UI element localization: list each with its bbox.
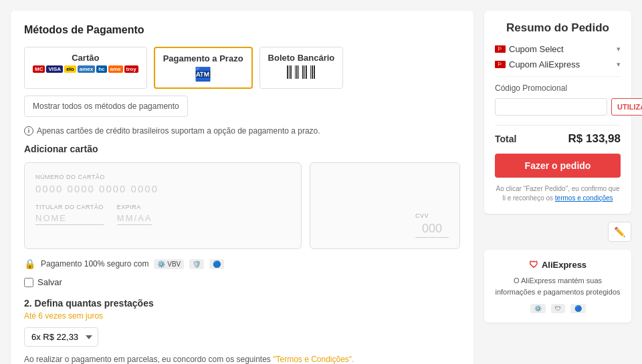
coupon-aliexpress-row[interactable]: 🏳 Cupom AliExpress ▾	[495, 59, 621, 69]
payment-methods-title: Métodos de Pagamento	[24, 24, 460, 36]
card-expiry-value: MM/AA	[117, 213, 152, 225]
order-summary-card: Resumo do Pedido 🏳 Cupom Select ▾ 🏳 Cupo…	[484, 11, 631, 214]
coupon-select-row[interactable]: 🏳 Cupom Select ▾	[495, 44, 621, 54]
card-front: NÚMERO DO CARTÃO 0000 0000 0000 0000 TIT…	[24, 162, 302, 249]
sidebar-terms-link[interactable]: termos e condições	[555, 194, 613, 202]
save-row: Salvar	[24, 277, 460, 287]
aliexpress-badges: ⚙️ 🛡 🔵	[494, 304, 622, 313]
save-label: Salvar	[37, 277, 62, 287]
card-holder-value: NOME	[35, 213, 104, 225]
info-icon: i	[24, 126, 33, 136]
terms-prefix: Ao realizar o pagamento em parcelas, eu …	[24, 355, 273, 364]
promo-button[interactable]: UTILIZAR	[611, 98, 642, 116]
ame-icon: ame	[108, 65, 123, 73]
card-back: CVV 000	[310, 162, 460, 249]
payment-methods-card: Métodos de Pagamento Cartão MC VISA elo …	[11, 11, 473, 364]
aliexpress-desc: O AliExpress mantém suas informações e p…	[494, 275, 622, 297]
security-row: 🔒 Pagamento 100% seguro com ⚙️ VBV 🛡️ 🔵	[24, 258, 460, 269]
payment-option-cartao[interactable]: Cartão MC VISA elo amex hc ame troy	[24, 47, 147, 89]
total-value: R$ 133,98	[568, 132, 621, 146]
aliexpress-header: 🛡 AliExpress	[494, 259, 622, 270]
mastercard-icon: MC	[33, 65, 45, 73]
card-icons: MC VISA elo amex hc ame troy	[33, 65, 138, 73]
installments-subtitle: Até 6 vezes sem juros	[24, 311, 460, 321]
info-bar: i Apenas cartões de crédito brasileiros …	[24, 126, 460, 136]
coupon-aliexpress-left: 🏳 Cupom AliExpress	[495, 59, 580, 69]
coupon-select-left: 🏳 Cupom Select	[495, 44, 564, 54]
troy-icon: troy	[124, 65, 138, 73]
card-expiry-label: EXPIRA	[117, 204, 152, 210]
edit-button[interactable]: ✏️	[608, 222, 631, 242]
card-holder-field: TITULAR DO CARTÃO NOME	[35, 204, 104, 234]
coupon-aliexpress-chevron: ▾	[617, 60, 621, 69]
sidebar-terms: Ao clicar "Fazer Pedido", eu confirmo qu…	[495, 184, 621, 203]
card-bottom-row: TITULAR DO CARTÃO NOME EXPIRA MM/AA	[35, 204, 290, 234]
coupon-select-label: Cupom Select	[509, 44, 564, 54]
terms-link[interactable]: "Termos e Condições".	[273, 355, 354, 364]
coupon-aliexpress-flag: 🏳	[495, 61, 506, 68]
sidebar: Resumo do Pedido 🏳 Cupom Select ▾ 🏳 Cupo…	[484, 11, 631, 364]
save-checkbox[interactable]	[24, 278, 33, 287]
ali-badge-1: ⚙️	[530, 304, 546, 313]
show-all-label: Mostrar todos os métodos de pagamento	[33, 102, 179, 111]
promo-label: Código Promocional	[495, 83, 621, 93]
aliexpress-title: AliExpress	[542, 260, 586, 270]
ali-badge-2: 🛡	[551, 304, 565, 313]
payment-option-prazo[interactable]: Pagamento a Prazo 🏧	[154, 47, 253, 89]
visa-icon: VISA	[46, 65, 63, 73]
aliexpress-shield-icon: 🛡	[529, 259, 538, 270]
aliexpress-security-card: 🛡 AliExpress O AliExpress mantém suas in…	[484, 250, 631, 323]
divider-2	[495, 125, 621, 126]
total-row: Total R$ 133,98	[495, 132, 621, 146]
card-number-value: 0000 0000 0000 0000	[35, 183, 290, 194]
terms-text: Ao realizar o pagamento em parcelas, eu …	[24, 355, 460, 364]
promo-input[interactable]	[495, 98, 607, 116]
summary-title: Resumo do Pedido	[495, 21, 621, 35]
boleto-label: Boleto Bancário	[268, 53, 335, 63]
prazo-label: Pagamento a Prazo	[163, 53, 243, 63]
ali-badge-3: 🔵	[570, 304, 586, 313]
security-label: Pagamento 100% seguro com	[41, 259, 148, 268]
installments-title: 2. Defina quantas prestações	[24, 298, 460, 309]
coupon-select-flag: 🏳	[495, 45, 506, 53]
card-form: NÚMERO DO CARTÃO 0000 0000 0000 0000 TIT…	[24, 162, 460, 249]
prazo-icon: 🏧	[163, 66, 243, 82]
coupon-select-chevron: ▾	[617, 45, 621, 53]
cvv-label: CVV	[415, 212, 449, 219]
installments-select[interactable]: 6x R$ 22,33	[24, 327, 98, 347]
lock-icon: 🔒	[24, 258, 35, 269]
add-card-title: Adicionar cartão	[24, 144, 460, 154]
card-expiry-field: EXPIRA MM/AA	[117, 204, 152, 234]
hipercard-icon: hc	[96, 65, 106, 73]
card-holder-label: TITULAR DO CARTÃO	[35, 204, 104, 210]
promo-input-row: UTILIZAR	[495, 98, 621, 116]
payment-methods-list: Cartão MC VISA elo amex hc ame troy Paga…	[24, 47, 460, 117]
show-all-methods[interactable]: Mostrar todos os métodos de pagamento	[24, 96, 188, 117]
elo-icon: elo	[64, 65, 76, 73]
card-number-label: NÚMERO DO CARTÃO	[35, 174, 290, 180]
amex-icon: amex	[78, 65, 95, 73]
info-text: Apenas cartões de crédito brasileiros su…	[37, 126, 320, 136]
total-label: Total	[495, 134, 516, 144]
cartao-label: Cartão	[33, 53, 138, 63]
coupon-aliexpress-label: Cupom AliExpress	[509, 59, 580, 69]
payment-option-boleto[interactable]: Boleto Bancário	[259, 47, 344, 89]
security-badge-3: 🔵	[209, 259, 224, 269]
cvv-value: 000	[415, 222, 449, 238]
divider-1	[495, 76, 621, 77]
security-badge-1: ⚙️ VBV	[154, 259, 184, 269]
boleto-icon	[268, 65, 335, 79]
order-button[interactable]: Fazer o pedido	[495, 154, 621, 178]
security-badge-2: 🛡️	[189, 259, 204, 269]
